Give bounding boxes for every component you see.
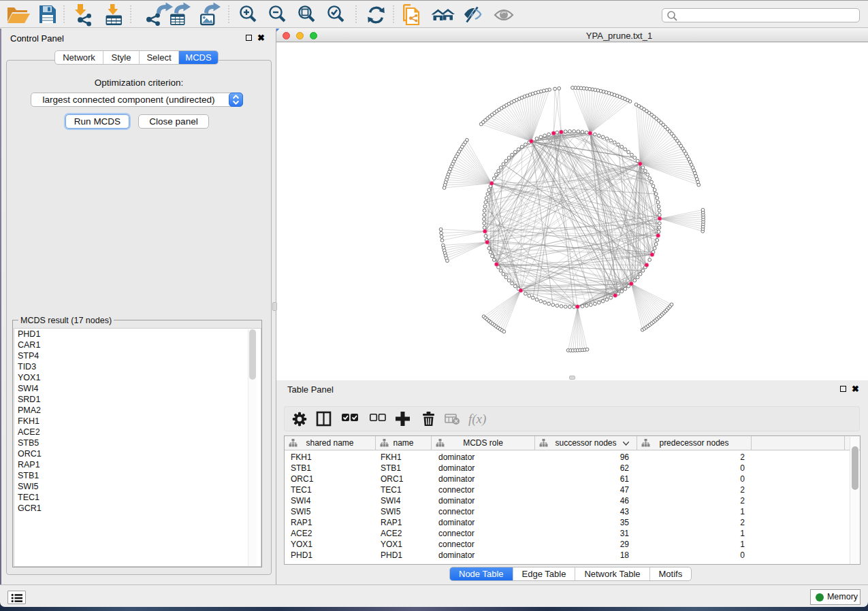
svg-text:f(x): f(x) <box>468 412 486 427</box>
